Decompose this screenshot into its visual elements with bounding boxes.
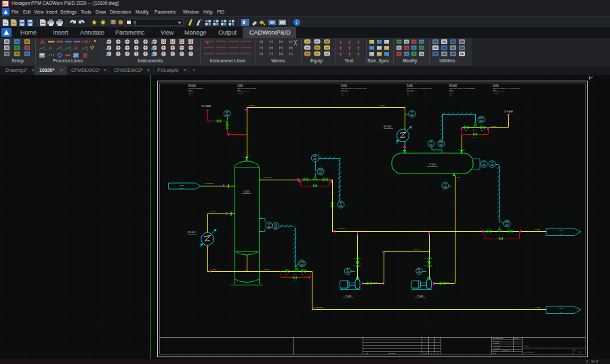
- svg-text:T-001: T-001: [237, 84, 243, 87]
- svg-text:PG: PG: [481, 129, 483, 131]
- svg-text:T: T: [348, 52, 351, 58]
- svg-text:SERVICE: REFLUX PRODUCT PUMP: SERVICE: REFLUX PRODUCT PUMP: [407, 87, 432, 89]
- svg-text:LENGTH: W/ T/T: LENGTH: W/ T/T: [493, 91, 504, 92]
- svg-text:001: 001: [319, 171, 322, 174]
- svg-text:6"-PG-1004-: 6"-PG-1004-: [337, 228, 346, 230]
- svg-text:001: 001: [339, 205, 342, 207]
- svg-text:TO: TO: [560, 311, 562, 313]
- svg-text:MATERIAL:: MATERIAL:: [237, 93, 245, 94]
- svg-text:B: B: [249, 155, 250, 157]
- svg-text:003: 003: [274, 226, 277, 229]
- svg-text:002: 002: [439, 144, 443, 146]
- svg-text:OWL RECORDS: OWL RECORDS: [493, 338, 504, 339]
- svg-text:PG: PG: [285, 273, 287, 275]
- svg-text:6"-PG-1005-: 6"-PG-1005-: [314, 306, 324, 308]
- svg-text:2": 2": [243, 155, 244, 157]
- svg-text:10"-CW-: 10"-CW-: [210, 210, 216, 212]
- svg-text:AS NOTED: AS NOTED: [502, 350, 509, 351]
- svg-text:002: 002: [443, 186, 447, 188]
- svg-text:EX-001: EX-001: [188, 84, 196, 87]
- svg-text:NPSH:: NPSH:: [188, 93, 193, 94]
- svg-text:LV: LV: [294, 273, 296, 275]
- svg-text:0: 0: [580, 351, 581, 354]
- svg-text:WT:: WT:: [188, 95, 191, 96]
- svg-text:DUTY:: DUTY:: [188, 89, 193, 91]
- svg-text:B: B: [354, 264, 355, 266]
- svg-text:RPM:: RPM:: [407, 93, 411, 94]
- svg-text:F F: F F: [481, 125, 483, 126]
- svg-text:001: 001: [410, 114, 413, 117]
- svg-text:6"-150# -: 6"-150# -: [558, 230, 565, 232]
- svg-text:4": 4": [324, 176, 325, 178]
- svg-text:LENGTH/QTY: F/F: LENGTH/QTY: F/F: [237, 91, 250, 92]
- svg-text:DUTY:: DUTY:: [449, 89, 454, 91]
- svg-text:i: i: [296, 20, 298, 26]
- svg-text:001: 001: [479, 120, 483, 123]
- svg-text:DELTA:: DELTA:: [493, 89, 498, 91]
- svg-text:DATE: DATE: [514, 338, 518, 339]
- svg-text:V-010: V-010: [493, 84, 499, 87]
- svg-text:P-001: P-001: [346, 295, 352, 298]
- svg-text:002: 002: [267, 226, 270, 228]
- svg-text:001: 001: [225, 114, 228, 117]
- svg-text:6"-PG- -: 6"-PG- -: [212, 268, 218, 270]
- svg-text:PG: PG: [293, 280, 295, 281]
- svg-text:APPROVED: APPROVED: [493, 345, 501, 346]
- svg-text:PG: PG: [473, 136, 475, 138]
- svg-text:TO: TO: [560, 233, 562, 235]
- svg-text:T: T: [357, 45, 360, 52]
- svg-text:SCALE:: SCALE:: [493, 350, 498, 351]
- svg-text:V-010: V-010: [429, 163, 435, 166]
- svg-text:002: 002: [346, 271, 349, 274]
- svg-text:PG: PG: [465, 129, 467, 131]
- svg-text:DRAWING NO.: DRAWING NO.: [524, 351, 534, 352]
- svg-text:MATERIAL:: MATERIAL:: [493, 93, 501, 94]
- svg-text:APPROVED: APPROVED: [493, 348, 501, 349]
- svg-text:EX-002: EX-002: [449, 84, 457, 87]
- svg-text:6": 6": [330, 192, 331, 194]
- svg-text:003: 003: [418, 271, 421, 274]
- svg-text:4"-PG-1003-: 4"-PG-1003-: [263, 176, 272, 178]
- svg-text:6"-PG-1002-: 6"-PG-1002-: [205, 182, 214, 184]
- svg-text:FROM: FROM: [180, 184, 184, 186]
- svg-text:3"-PG- -: 3"-PG- -: [445, 281, 451, 283]
- svg-text:3"-PG- -: 3"-PG- -: [373, 281, 378, 283]
- svg-text:002: 002: [300, 264, 304, 266]
- svg-text:T: T: [339, 52, 342, 58]
- svg-text:002: 002: [490, 164, 493, 167]
- svg-text:12"-OH-: 12"-OH-: [380, 104, 386, 106]
- svg-text:T: T: [357, 52, 360, 58]
- svg-text:CAPACITY:: CAPACITY:: [407, 89, 415, 91]
- svg-text:T: T: [348, 45, 351, 52]
- svg-text:P-002: P-002: [418, 295, 424, 298]
- svg-text:CAPACITY:: CAPACITY:: [341, 89, 349, 91]
- svg-text:WT:: WT:: [407, 95, 409, 96]
- svg-text:CHECKED: CHECKED: [493, 342, 500, 344]
- svg-text:TO FLARE: TO FLARE: [504, 110, 513, 113]
- svg-text:DRAWN BY: DRAWN BY: [493, 340, 500, 342]
- svg-text:T-001: T-001: [243, 190, 249, 193]
- svg-text:SERVICE: REFLUX PRODUCT PUMP: SERVICE: REFLUX PRODUCT PUMP: [341, 87, 367, 89]
- svg-text:CODE:: CODE:: [449, 91, 454, 92]
- svg-text:EX-002: EX-002: [384, 125, 391, 128]
- svg-text:T: T: [357, 39, 360, 45]
- svg-text:001: 001: [505, 224, 508, 226]
- svg-text:001: 001: [482, 164, 485, 167]
- svg-text:F: F: [465, 125, 466, 126]
- svg-text:SERVICE: DEPROPANIZER: SERVICE: DEPROPANIZER: [237, 87, 256, 89]
- svg-text:PG: PG: [302, 273, 304, 275]
- svg-text:4": 4": [509, 228, 510, 229]
- svg-text:APP.: APP.: [436, 352, 439, 354]
- svg-text:2": 2": [286, 268, 287, 270]
- svg-text:T: T: [348, 39, 351, 45]
- svg-text:4": 4": [487, 228, 489, 229]
- svg-text:SERVICE: REBOILER: SERVICE: REBOILER: [188, 87, 203, 89]
- svg-text:REV.: REV.: [574, 349, 577, 350]
- svg-text:DWG:: DWG:: [493, 352, 497, 354]
- svg-text:WT:: WT:: [341, 95, 344, 96]
- svg-text:T: T: [339, 45, 342, 52]
- svg-text:SERVICE: OVERHEAD ACCUMULATOR: SERVICE: OVERHEAD ACCUMULATOR: [493, 87, 521, 89]
- svg-text:2"-RV- -: 2"-RV- -: [492, 125, 497, 127]
- svg-text:T: T: [339, 39, 342, 45]
- svg-text:2": 2": [298, 268, 300, 270]
